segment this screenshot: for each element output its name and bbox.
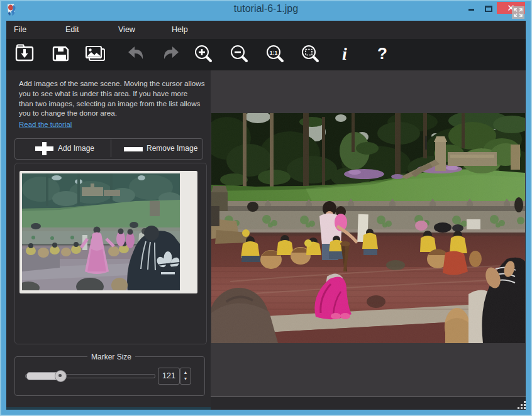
svg-text:1:1: 1:1	[270, 50, 278, 56]
svg-text:i: i	[342, 44, 347, 63]
svg-text:?: ?	[377, 44, 387, 63]
